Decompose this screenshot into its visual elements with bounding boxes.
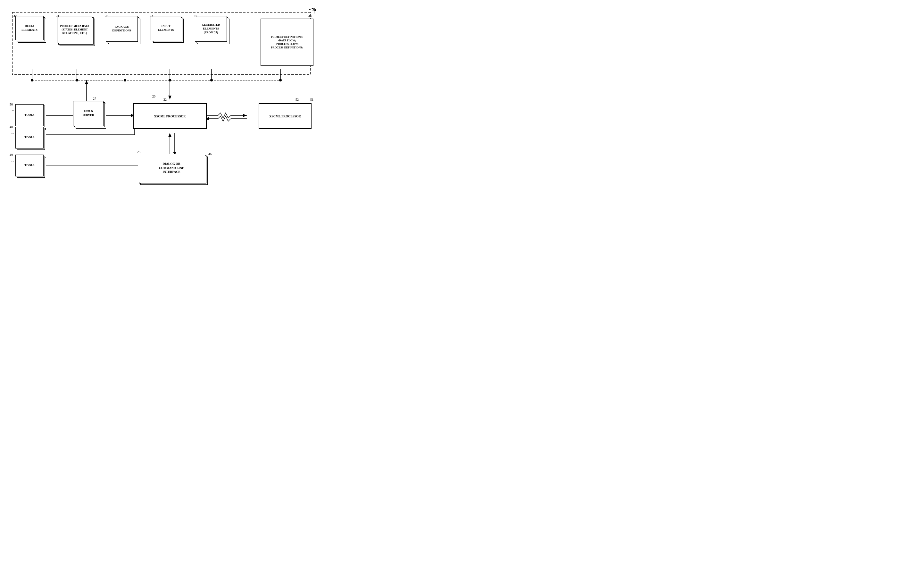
svg-marker-16 xyxy=(168,96,172,99)
project-meta-box: PROJECT META DATA(STATES; ELEMENTRELATIO… xyxy=(57,16,92,43)
tools-50-box: TOOLS xyxy=(15,104,44,126)
generated-elements-box: GENERATEDELEMENTS(FROM 27) xyxy=(195,16,227,42)
input-elements-box: INPUTELEMENTS xyxy=(151,16,181,40)
svg-point-11 xyxy=(124,79,126,81)
project-definitions-box: PROJECT DEFINITIONS:-DATA FLOW;-PROCESS … xyxy=(261,18,314,66)
svg-marker-37 xyxy=(85,80,88,84)
label-43: 43 xyxy=(105,15,108,18)
tools-48-box: TOOLS xyxy=(15,127,44,149)
diagram: 24 xyxy=(7,7,320,205)
svg-point-12 xyxy=(168,79,171,81)
tools-49-box: TOOLS xyxy=(15,155,44,176)
label-44: 44 xyxy=(150,15,153,18)
label-52: 52 xyxy=(295,98,299,101)
svg-point-13 xyxy=(210,79,213,81)
label-24: 24 xyxy=(314,8,317,11)
svg-point-14 xyxy=(279,79,282,81)
svg-marker-27 xyxy=(168,133,172,137)
label-41: 41 xyxy=(56,15,59,18)
label-20: 20 xyxy=(152,94,155,98)
xscml-processor-51-box: XSCML PROCESSOR xyxy=(259,103,312,129)
label-46: 46 xyxy=(208,152,211,156)
package-def-box: PACKAGEDEFINITIONS xyxy=(106,16,138,42)
label-49: 49 xyxy=(10,153,13,157)
label-50: 50 xyxy=(10,103,13,106)
svg-point-9 xyxy=(31,79,33,81)
svg-marker-32 xyxy=(243,114,247,117)
label-25: 25 xyxy=(137,150,140,154)
label-51: 51 xyxy=(310,98,314,101)
label-48: 48 xyxy=(10,125,13,129)
label-27: 27 xyxy=(93,97,96,100)
svg-point-10 xyxy=(76,79,78,81)
build-server-box: BUILDSERVER xyxy=(73,101,104,126)
delta-elements-box: DELTAELEMENTS xyxy=(15,16,44,40)
label-40: 40 xyxy=(309,15,312,18)
xscml-processor-main-box: XSCML PROCESSOR xyxy=(133,103,207,129)
dialog-box: DIALOG ORCOMMAND LINEINTERFACE xyxy=(138,154,205,182)
label-22: 22 xyxy=(163,98,167,101)
label-45: 45 xyxy=(194,15,197,18)
